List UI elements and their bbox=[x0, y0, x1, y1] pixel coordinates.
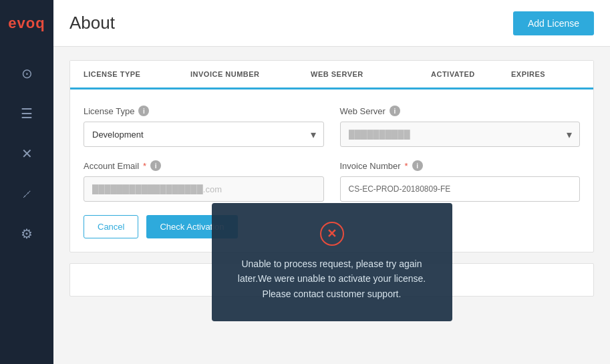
error-overlay: ✕ Unable to process request, please try … bbox=[70, 89, 593, 252]
add-license-button[interactable]: Add License bbox=[513, 11, 594, 35]
logo-accent: o bbox=[26, 15, 35, 31]
sidebar-item-analytics[interactable]: ⟋ bbox=[0, 174, 53, 214]
logo: evoq bbox=[8, 15, 45, 32]
close-x-icon: ✕ bbox=[327, 228, 337, 240]
license-table-header: LICENSE TYPE INVOICE NUMBER WEB SERVER A… bbox=[70, 61, 593, 89]
sidebar-item-dashboard[interactable]: ⊙ bbox=[0, 53, 53, 94]
error-close-icon[interactable]: ✕ bbox=[320, 222, 344, 246]
col-web-server: WEB SERVER bbox=[311, 70, 431, 78]
content-area: LICENSE TYPE INVOICE NUMBER WEB SERVER A… bbox=[53, 47, 610, 364]
license-card: LICENSE TYPE INVOICE NUMBER WEB SERVER A… bbox=[69, 60, 594, 252]
sidebar-item-list[interactable]: ☰ bbox=[0, 94, 53, 134]
main-content: About Add License LICENSE TYPE INVOICE N… bbox=[53, 0, 610, 364]
col-activated: ACTIVATED bbox=[431, 70, 511, 78]
error-message: Unable to process request, please try ag… bbox=[232, 256, 432, 301]
col-license-type: LICENSE TYPE bbox=[84, 70, 190, 78]
sidebar: evoq ⊙ ☰ ✕ ⟋ ⚙ bbox=[0, 0, 53, 364]
sidebar-nav: ⊙ ☰ ✕ ⟋ ⚙ bbox=[0, 53, 53, 254]
col-invoice-number: INVOICE NUMBER bbox=[190, 70, 311, 78]
settings-icon: ⚙ bbox=[21, 226, 33, 242]
sidebar-item-tools[interactable]: ✕ bbox=[0, 134, 53, 174]
page-title: About bbox=[69, 13, 115, 33]
list-icon: ☰ bbox=[21, 106, 33, 122]
logo-main: ev bbox=[8, 15, 25, 31]
error-dialog: ✕ Unable to process request, please try … bbox=[212, 203, 452, 321]
header: About Add License bbox=[53, 0, 610, 47]
sidebar-logo: evoq bbox=[0, 0, 53, 47]
license-form: License Type i Development Web Server bbox=[70, 89, 593, 252]
col-expires: EXPIRES bbox=[511, 70, 591, 78]
dashboard-icon: ⊙ bbox=[21, 65, 33, 81]
logo-q: q bbox=[35, 15, 45, 31]
analytics-icon: ⟋ bbox=[20, 186, 33, 202]
tools-icon: ✕ bbox=[21, 146, 33, 162]
sidebar-item-settings[interactable]: ⚙ bbox=[0, 214, 53, 254]
